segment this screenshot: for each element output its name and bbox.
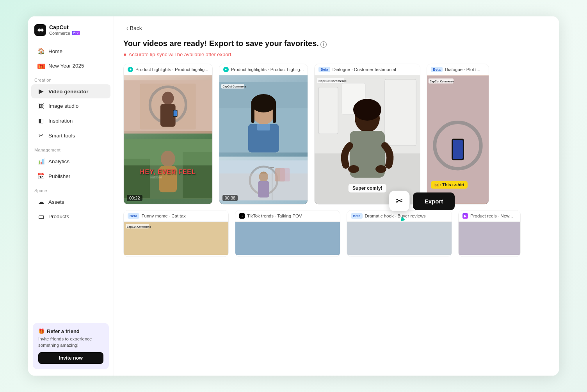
- video-tag-bar-4: Beta Dialogue · Plot t...: [427, 64, 489, 75]
- svg-rect-56: [347, 222, 452, 255]
- svg-point-18: [251, 94, 276, 112]
- avatar-row-3: RG Rachel Green: [347, 255, 452, 257]
- bottom-videos-row: Beta Funny meme · Cat tax CapCut Commerc…: [123, 210, 550, 257]
- bottom-tag-label-3: Dramatic hook · Buyer reviews: [365, 214, 426, 218]
- refer-title: 🎁 Refer a friend: [38, 328, 103, 334]
- meme-thumb: CapCut Commerce: [124, 222, 228, 255]
- video-card-2[interactable]: ✦ Product highlights · Product highlig..…: [219, 64, 308, 205]
- subtitle-warning: ● Accurate lip-sync will be available af…: [123, 51, 550, 57]
- svg-text:CapCut Commerce: CapCut Commerce: [222, 85, 246, 88]
- super-comfy-overlay: Super comfy!: [349, 184, 386, 192]
- sidebar-item-products[interactable]: 🗃 Products: [31, 210, 110, 223]
- svg-rect-38: [385, 79, 416, 146]
- fashion-top-thumb: [124, 75, 212, 136]
- video-tag-bar-2: ✦ Product highlights · Product highlig..…: [219, 64, 308, 75]
- bottom-tag-bar-2: ♪ TikTok trends · Talking POV: [235, 210, 340, 222]
- video-tag-label-4: Dialogue · Plot t...: [445, 67, 480, 72]
- section-creation: Creation: [28, 73, 114, 84]
- bottom-tag-bar-4: ▶ Product reels · New...: [459, 210, 520, 222]
- overlay-text-1: HEY, EVER FEEL: [140, 169, 196, 176]
- bottom-beta-badge-3: Beta: [351, 213, 363, 219]
- svg-point-42: [348, 165, 359, 173]
- page-title: Your videos are ready! Export to save yo…: [123, 39, 319, 48]
- svg-rect-22: [257, 124, 270, 130]
- video-tag-label-1: Product highlights · Product highlig...: [135, 67, 208, 72]
- warning-dot-icon: ●: [123, 51, 126, 57]
- bottom-thumb-1: CapCut Commerce: [124, 222, 228, 255]
- export-button[interactable]: Export: [413, 192, 455, 210]
- logo-text: CapCut Commerce Pro: [49, 25, 80, 35]
- sidebar-item-inspiration[interactable]: ◧ Inspiration: [31, 114, 110, 128]
- video-generator-icon: ▶: [37, 88, 44, 95]
- scissors-button[interactable]: ✂: [389, 191, 410, 212]
- video-card-wrapper-1: ✦ Product highlights · Product highlig..…: [123, 64, 213, 205]
- video-card-3[interactable]: Beta Dialogue · Customer testimonial: [314, 64, 420, 205]
- products-icon: 🗃: [37, 213, 44, 220]
- svg-text:CapCut Commerce: CapCut Commerce: [430, 80, 454, 83]
- svg-rect-30: [272, 167, 272, 200]
- teal-icon-2: ✦: [223, 67, 229, 72]
- tiktok-icon: ♪: [239, 213, 245, 219]
- bottom-video-card-1[interactable]: Beta Funny meme · Cat tax CapCut Commerc…: [123, 210, 229, 257]
- refer-card: 🎁 Refer a friend Invite friends to exper…: [33, 323, 109, 369]
- inspiration-icon: ◧: [37, 117, 44, 124]
- beta-badge-4: Beta: [431, 67, 443, 72]
- video-tag-bar-3: Beta Dialogue · Customer testimonial: [315, 64, 420, 75]
- svg-rect-36: [318, 87, 338, 134]
- scissors-area: ✂ ▲: [389, 191, 410, 212]
- invite-now-button[interactable]: Invite now: [38, 352, 103, 364]
- gift-icon: 🎁: [37, 62, 44, 69]
- video-thumb-3: CapCut Commerce Super comfy!: [315, 75, 420, 204]
- video-tag-label-2: Product highlights · Product highlig...: [231, 67, 304, 72]
- sidebar-item-analytics[interactable]: 📊 Analytics: [31, 154, 110, 168]
- refer-description: Invite friends to experience something a…: [38, 336, 103, 348]
- bottom-thumb-2: [235, 222, 340, 255]
- sidebar-item-publisher[interactable]: 📅 Publisher: [31, 169, 110, 183]
- sidebar-item-home[interactable]: 🏠 Home: [31, 44, 110, 58]
- svg-text:CapCut Commerce: CapCut Commerce: [127, 225, 151, 228]
- sidebar-item-video-generator[interactable]: ▶ Video generator: [31, 84, 110, 98]
- video-thumb-2: CapCut Commerce: [219, 75, 308, 204]
- teal-icon-1: ✦: [128, 67, 133, 72]
- sidebar-item-smart-tools[interactable]: ✂ Smart tools: [31, 128, 110, 143]
- bottom-tag-label-1: Funny meme · Cat tax: [142, 214, 186, 218]
- svg-point-40: [353, 99, 381, 121]
- asian-woman-thumb: CapCut Commerce: [219, 75, 308, 159]
- analytics-icon: 📊: [37, 158, 44, 165]
- chevron-left-icon: ‹: [126, 25, 128, 31]
- sidebar-item-assets[interactable]: ☁ Assets: [31, 195, 110, 209]
- back-button[interactable]: ‹ Back: [123, 23, 145, 33]
- svg-point-43: [375, 165, 386, 173]
- svg-point-12: [161, 150, 175, 167]
- bottom-thumb-3: [347, 222, 452, 255]
- refer-gift-icon: 🎁: [38, 328, 44, 334]
- info-icon: i: [320, 41, 327, 48]
- publisher-icon: 📅: [37, 173, 44, 180]
- capcut-logo-icon: [34, 24, 46, 36]
- video-card-wrapper-4: Beta Dialogue · Plot t...: [427, 64, 489, 205]
- app-container: CapCut Commerce Pro 🏠 Home 🎁 New Year 20…: [28, 16, 559, 376]
- svg-rect-55: [235, 222, 340, 255]
- svg-point-4: [162, 92, 174, 105]
- action-overlay: ✂ ▲ Export: [389, 191, 455, 212]
- tshirt-overlay: 😊: This t-shirt: [431, 181, 468, 189]
- video-tag-bar-1: ✦ Product highlights · Product highlig..…: [124, 64, 212, 75]
- reels-thumb: [459, 222, 520, 255]
- sidebar-item-image-studio[interactable]: 🖼 Image studio: [31, 99, 110, 113]
- bottom-video-card-2[interactable]: ♪ TikTok trends · Talking POV: [235, 210, 340, 257]
- video-card-1[interactable]: ✦ Product highlights · Product highlig..…: [123, 64, 213, 205]
- bottom-tag-label-4: Product reels · New...: [470, 214, 513, 218]
- beta-badge-3: Beta: [318, 67, 330, 72]
- bottom-video-card-4[interactable]: ▶ Product reels · New...: [458, 210, 521, 257]
- smart-tools-icon: ✂: [37, 132, 44, 139]
- image-studio-icon: 🖼: [37, 103, 44, 109]
- tiktok-thumb: [235, 222, 340, 255]
- bottom-tag-label-2: TikTok trends · Talking POV: [247, 214, 302, 218]
- app-subtitle: Commerce Pro: [49, 31, 80, 36]
- video-card-4[interactable]: Beta Dialogue · Plot t...: [427, 64, 489, 205]
- svg-rect-31: [270, 167, 274, 168]
- section-management: Management: [28, 143, 114, 154]
- sidebar-item-new-year[interactable]: 🎁 New Year 2025: [31, 59, 110, 73]
- pro-badge: Pro: [72, 31, 80, 35]
- bottom-thumb-4: [459, 222, 520, 255]
